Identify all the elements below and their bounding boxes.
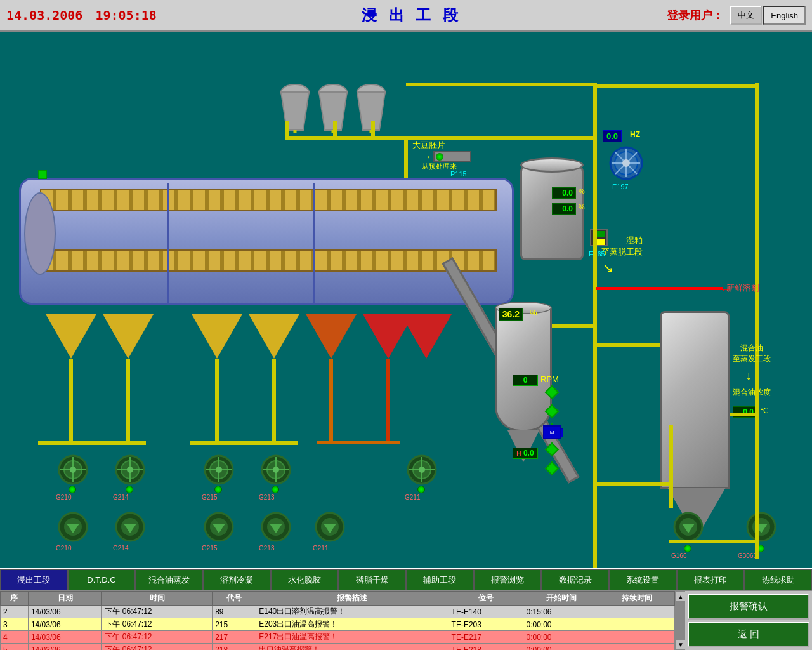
language-switcher: 中文 English	[730, 6, 806, 25]
pump-g166[interactable]	[672, 511, 704, 543]
nav-auxiliary[interactable]: 辅助工段	[406, 569, 474, 590]
pct3-display: 36.2	[499, 308, 523, 321]
alert-dur-4	[599, 631, 674, 644]
right-main-pipe-v	[593, 222, 597, 568]
collect-pipe-3	[317, 441, 400, 444]
alert-start-4: 0:00:00	[523, 631, 599, 644]
pump-g214[interactable]	[114, 454, 146, 486]
nav-system-settings[interactable]: 系统设置	[609, 569, 677, 590]
pump-svg-g215b	[203, 511, 235, 543]
pump-g210b[interactable]	[57, 511, 89, 543]
nav-solvent-cond[interactable]: 溶剂冷凝	[203, 569, 271, 590]
scroll-thumb[interactable]	[676, 602, 684, 639]
funnel-pipe-5	[329, 359, 333, 441]
pump-g215[interactable]	[203, 454, 235, 486]
right-pipe-top	[406, 83, 596, 86]
mixed-oil-arrow: ↓	[745, 368, 752, 383]
nav-hotline[interactable]: 热线求助	[744, 569, 812, 590]
pump-g211[interactable]	[406, 454, 438, 486]
pump-g215b[interactable]	[203, 511, 235, 543]
alert-scrollbar[interactable]: ▲ ▼	[675, 591, 685, 650]
nav-mixed-oil-evap[interactable]: 混合油蒸发	[135, 569, 203, 590]
alert-row-2[interactable]: 2 14/03/06 下午 06:47:12 89 E140出口溶剂温高报警！ …	[1, 606, 675, 618]
scroll-down-btn[interactable]: ▼	[676, 639, 686, 649]
pct3-unit: %	[530, 308, 537, 317]
pct1-display: 0.0	[552, 187, 576, 199]
alert-col-time: 时间	[102, 592, 213, 606]
pct2-display: 0.0	[552, 203, 576, 215]
alert-desc-2: E140出口溶剂温高报警！	[256, 606, 449, 618]
navigation-bar: 浸出工段 D.T.D.C 混合油蒸发 溶剂冷凝 水化脱胶 磷脂干燥 辅助工段 报…	[0, 568, 812, 591]
nav-dtdc[interactable]: D.T.D.C	[68, 569, 136, 590]
divider-2	[313, 183, 315, 303]
soybean-label: 大豆胚片	[412, 140, 445, 151]
cyclone-svg-1	[279, 83, 311, 133]
label-g215: G215	[202, 494, 217, 501]
label-g211b: G211	[313, 545, 328, 552]
nav-hydration[interactable]: 水化脱胶	[271, 569, 339, 590]
label-g211: G211	[405, 494, 420, 501]
process-diagram: 大豆胚片 → 从预处理来 P115 0.0 HZ E197 0.0 % 0.0 …	[0, 32, 812, 568]
pct1-unit: %	[579, 187, 585, 195]
top-pipe-h	[285, 136, 412, 140]
alert-seq-4: 4	[1, 631, 29, 644]
nav-leaching[interactable]: 浸出工段	[0, 569, 68, 590]
alert-row-3[interactable]: 3 14/03/06 下午 06:47:12 215 E203出口油温高报警！ …	[1, 618, 675, 631]
alarm-confirm-button[interactable]: 报警确认	[688, 594, 809, 620]
alert-col-tag: 位号	[449, 592, 523, 606]
alert-row-4[interactable]: 4 14/03/06 下午 06:47:12 217 E217出口油温高报警！ …	[1, 631, 675, 644]
hz-unit: HZ	[630, 130, 640, 139]
alert-desc-3: E203出口油温高报警！	[256, 618, 449, 631]
right-bottom-pipe-h	[669, 540, 758, 543]
alert-col-start: 开始时间	[523, 592, 599, 606]
rpm-display: 0	[513, 375, 538, 386]
lang-en-button[interactable]: English	[763, 6, 806, 25]
funnel-pipe-6	[386, 359, 390, 441]
alert-seq-3: 3	[1, 618, 29, 631]
scroll-up-btn[interactable]: ▲	[676, 592, 686, 602]
right-pipe-v	[593, 83, 597, 222]
right-main-pipe-h1	[552, 324, 596, 328]
alert-area: 序 日期 时间 代号 报警描述 位号 开始时间 持续时间 2 14/03/06 …	[0, 591, 812, 650]
nav-report-print[interactable]: 报表打印	[677, 569, 745, 590]
alert-code-5: 218	[213, 644, 256, 651]
login-label: 登录用户：	[667, 8, 724, 23]
pump-g210[interactable]	[57, 454, 89, 486]
motor-blue-box[interactable]: M	[543, 425, 561, 439]
led-g213	[272, 486, 279, 493]
alert-desc-5: 出口油温高报警！	[256, 644, 449, 651]
lang-zh-button[interactable]: 中文	[730, 6, 762, 25]
label-g215b: G215	[202, 545, 217, 552]
alert-tag-2: TE-E140	[449, 606, 523, 618]
alert-date-5: 14/03/06	[28, 644, 102, 651]
funnel-3	[192, 314, 242, 359]
pump-g211b[interactable]	[314, 511, 346, 543]
pump-g214b[interactable]	[114, 511, 146, 543]
alert-row-5[interactable]: 5 14/03/06 下午 06:47:12 218 出口油温高报警！ TE-E…	[1, 644, 675, 651]
right-side-pipe-v	[669, 425, 673, 508]
funnel-4	[249, 314, 299, 359]
label-g210: G210	[56, 494, 71, 501]
svg-point-35	[273, 467, 279, 473]
pump-svg-g211b	[314, 511, 346, 543]
pump-g213b[interactable]	[260, 511, 292, 543]
alert-date-4: 14/03/06	[28, 631, 102, 644]
nav-phospholipid[interactable]: 磷脂干燥	[338, 569, 406, 590]
collect-pipe-2	[190, 441, 298, 445]
return-button[interactable]: 返 回	[688, 622, 809, 648]
funnel-pipe-4	[272, 359, 276, 441]
led-g214	[126, 486, 133, 493]
nav-data-record[interactable]: 数据记录	[541, 569, 609, 590]
label-g213: G213	[259, 494, 274, 501]
nav-alarm-browse[interactable]: 报警浏览	[474, 569, 542, 590]
alert-desc-4: E217出口油温高报警！	[256, 631, 449, 644]
sprocket-left	[24, 192, 56, 275]
collect-pipe-1	[38, 441, 146, 445]
pct2-unit: %	[579, 203, 585, 211]
pump-svg-g3060	[745, 511, 777, 543]
motor-svg	[609, 146, 644, 181]
pump-g213[interactable]	[260, 454, 292, 486]
rpm-unit: RPM	[540, 375, 559, 384]
pump-g3060[interactable]	[745, 511, 777, 543]
valve-t24[interactable]	[38, 170, 47, 179]
